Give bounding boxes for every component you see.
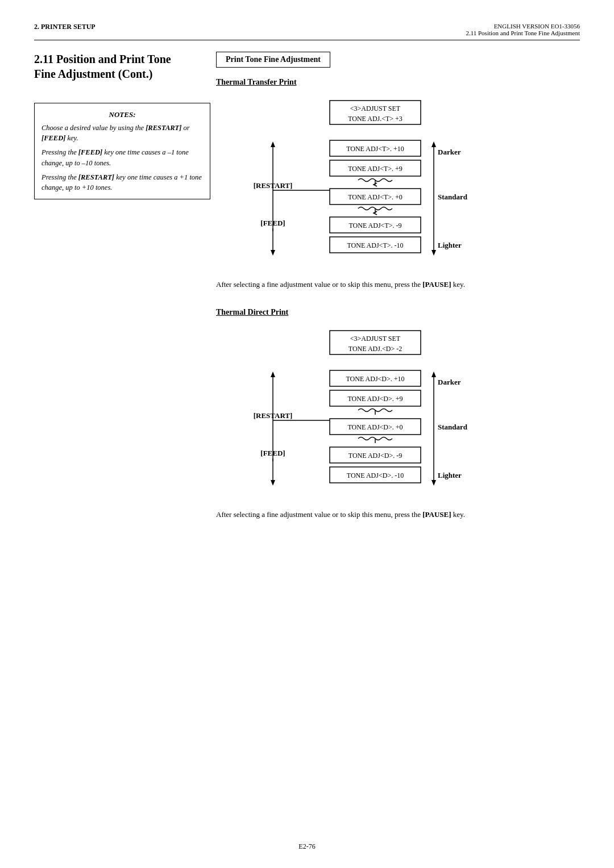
svg-text:Lighter: Lighter	[438, 471, 462, 479]
after-text-1: After selecting a fine adjustment value …	[216, 279, 580, 291]
ptfa-box-label: Print Tone Fine Adjustment	[216, 52, 330, 68]
pause-key-1: [PAUSE]	[422, 280, 451, 289]
svg-marker-20	[271, 250, 275, 256]
svg-text:TONE ADJ<T>. +10: TONE ADJ<T>. +10	[346, 145, 404, 153]
svg-text:Darker: Darker	[438, 148, 461, 156]
section-title: 2.11 Position and Print Tone Fine Adjust…	[34, 52, 193, 81]
right-column: Print Tone Fine Adjustment Thermal Trans…	[210, 52, 580, 538]
page-number: E2-76	[298, 842, 315, 850]
svg-text:TONE ADJ<T>. -9: TONE ADJ<T>. -9	[349, 222, 402, 229]
svg-text:TONE ADJ<T>. +0: TONE ADJ<T>. +0	[348, 193, 403, 201]
svg-text:Standard: Standard	[438, 193, 468, 201]
thermal-direct-diagram: <3>ADJUST SET TONE ADJ.<D> -2 TONE ADJ<D…	[216, 325, 580, 503]
svg-text:<3>ADJUST SET: <3>ADJUST SET	[350, 335, 401, 343]
page-header: 2. PRINTER SETUP ENGLISH VERSION EO1-330…	[34, 23, 580, 40]
svg-marker-27	[432, 141, 436, 147]
doc-version: ENGLISH VERSION EO1-33056	[466, 23, 580, 30]
svg-text:Lighter: Lighter	[438, 241, 462, 249]
svg-marker-17	[271, 141, 275, 147]
header-section: 2. PRINTER SETUP	[34, 23, 96, 31]
svg-text:<3>ADJUST SET: <3>ADJUST SET	[350, 105, 401, 112]
after-text-2: After selecting a fine adjustment value …	[216, 509, 580, 521]
svg-text:TONE ADJ.<T> +3: TONE ADJ.<T> +3	[348, 115, 403, 123]
header-right: ENGLISH VERSION EO1-33056 2.11 Position …	[466, 23, 580, 36]
page-footer: E2-76	[0, 842, 614, 851]
thermal-transfer-svg: <3>ADJUST SET TONE ADJ.<T> +3 TONE ADJ<T…	[216, 95, 489, 271]
svg-text:Standard: Standard	[438, 423, 468, 431]
svg-marker-57	[432, 480, 436, 486]
notes-title: NOTES:	[42, 109, 203, 120]
svg-text:TONE ADJ<D>. +0: TONE ADJ<D>. +0	[347, 423, 403, 431]
thermal-transfer-diagram: <3>ADJUST SET TONE ADJ.<T> +3 TONE ADJ<T…	[216, 95, 580, 273]
svg-text:Darker: Darker	[438, 378, 461, 386]
thermal-transfer-heading: Thermal Transfer Print	[216, 78, 580, 87]
svg-marker-46	[271, 372, 275, 377]
notes-line-2: Pressing the [FEED] key one time causes …	[42, 147, 203, 169]
page: 2. PRINTER SETUP ENGLISH VERSION EO1-330…	[0, 0, 614, 868]
svg-marker-49	[271, 480, 275, 486]
left-column: 2.11 Position and Print Tone Fine Adjust…	[34, 52, 210, 538]
svg-marker-56	[432, 372, 436, 377]
svg-text:TONE ADJ<D>. +9: TONE ADJ<D>. +9	[347, 395, 403, 403]
svg-marker-28	[432, 250, 436, 256]
notes-line-1: Choose a desired value by using the [RES…	[42, 123, 203, 144]
svg-text:TONE ADJ<D>. -9: TONE ADJ<D>. -9	[349, 452, 402, 460]
svg-text:TONE ADJ<T>. -10: TONE ADJ<T>. -10	[347, 241, 404, 249]
pause-key-2: [PAUSE]	[422, 510, 451, 519]
notes-line-3: Pressing the [RESTART] key one time caus…	[42, 172, 203, 194]
notes-box: NOTES: Choose a desired value by using t…	[34, 103, 210, 199]
section-number: 2.11	[34, 53, 56, 65]
svg-text:TONE ADJ<D>. +10: TONE ADJ<D>. +10	[346, 375, 404, 383]
svg-text:TONE ADJ.<D> -2: TONE ADJ.<D> -2	[349, 345, 402, 353]
svg-text:TONE ADJ<T>. +9: TONE ADJ<T>. +9	[348, 165, 403, 173]
doc-section-ref: 2.11 Position and Print Tone Fine Adjust…	[466, 30, 580, 36]
svg-text:TONE ADJ<D>. -10: TONE ADJ<D>. -10	[347, 471, 404, 479]
thermal-direct-heading: Thermal Direct Print	[216, 308, 580, 317]
thermal-direct-svg: <3>ADJUST SET TONE ADJ.<D> -2 TONE ADJ<D…	[216, 325, 489, 501]
